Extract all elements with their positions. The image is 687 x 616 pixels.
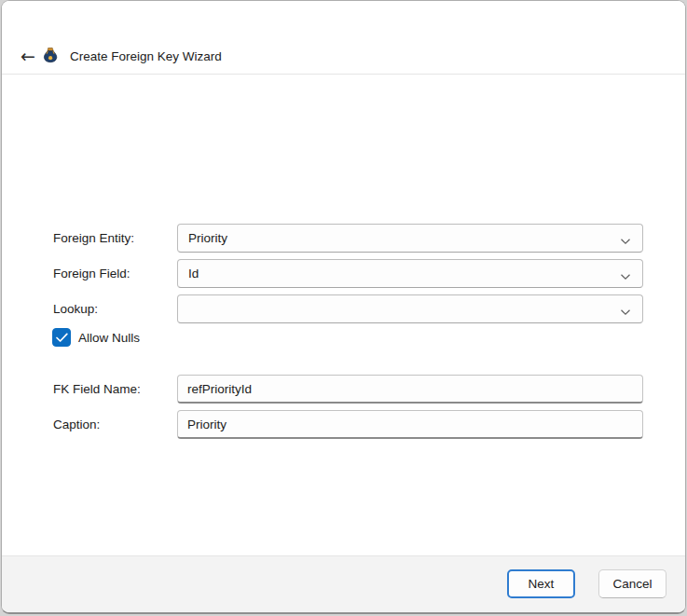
money-bag-icon — [41, 47, 60, 65]
chevron-down-icon — [620, 269, 631, 281]
wizard-content: Foreign Entity: Priority Foreign Field: … — [2, 75, 685, 556]
caption-input[interactable] — [177, 410, 643, 439]
foreign-field-label: Foreign Field: — [53, 259, 131, 288]
wizard-window: ← Create Foreign Key Wizard Foreign Enti… — [1, 0, 686, 614]
back-button[interactable]: ← — [13, 43, 43, 69]
allow-nulls-checkbox[interactable] — [52, 328, 71, 347]
chevron-down-icon — [620, 234, 631, 245]
caption-label: Caption: — [53, 410, 100, 439]
foreign-entity-value: Priority — [188, 225, 611, 252]
fk-field-name-input[interactable] — [177, 375, 643, 404]
foreign-entity-combobox[interactable]: Priority — [177, 224, 643, 253]
next-button[interactable]: Next — [507, 569, 575, 598]
fk-field-name-label: FK Field Name: — [53, 375, 141, 404]
foreign-entity-label: Foreign Entity: — [53, 224, 134, 253]
cancel-button[interactable]: Cancel — [598, 569, 666, 598]
chevron-down-icon — [620, 305, 631, 316]
foreign-field-value: Id — [188, 260, 611, 287]
wizard-header: ← Create Foreign Key Wizard — [2, 1, 685, 75]
foreign-field-combobox[interactable]: Id — [177, 259, 643, 288]
lookup-label: Lookup: — [53, 294, 98, 323]
page-title: Create Foreign Key Wizard — [70, 49, 222, 63]
wizard-footer: Next Cancel — [2, 555, 685, 612]
allow-nulls-label: Allow Nulls — [78, 329, 140, 347]
lookup-combobox[interactable] — [177, 294, 643, 323]
